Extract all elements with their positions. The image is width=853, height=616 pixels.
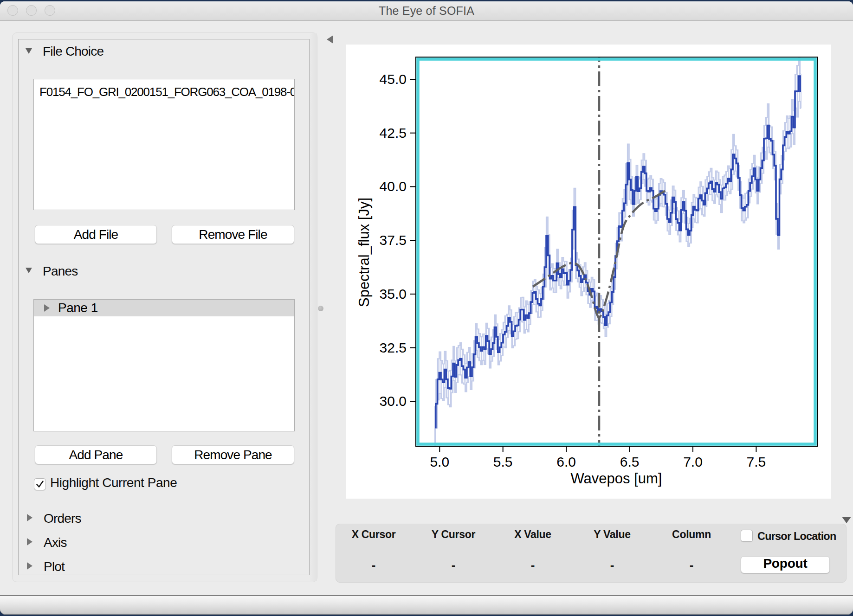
svg-text:45.0: 45.0 <box>380 71 407 87</box>
svg-text:5.0: 5.0 <box>430 454 449 469</box>
svg-text:30.0: 30.0 <box>380 393 407 409</box>
svg-text:Wavepos [um]: Wavepos [um] <box>571 470 662 487</box>
svg-text:32.5: 32.5 <box>380 340 407 355</box>
svg-text:7.0: 7.0 <box>683 454 703 469</box>
svg-text:6.5: 6.5 <box>620 454 640 469</box>
svg-text:5.5: 5.5 <box>493 454 513 469</box>
svg-text:Spectral_flux [Jy]: Spectral_flux [Jy] <box>356 198 372 307</box>
svg-text:40.0: 40.0 <box>380 179 407 194</box>
svg-text:35.0: 35.0 <box>380 286 407 302</box>
svg-text:42.5: 42.5 <box>380 125 407 141</box>
svg-text:37.5: 37.5 <box>380 232 407 248</box>
svg-text:7.5: 7.5 <box>747 454 766 469</box>
svg-text:6.0: 6.0 <box>556 454 576 469</box>
